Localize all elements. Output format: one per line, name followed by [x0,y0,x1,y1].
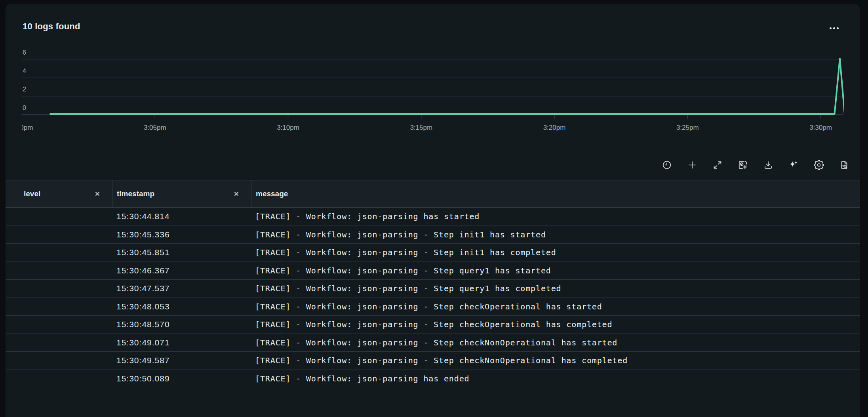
log-row[interactable]: 15:30:49.071[TRACE] - Workflow: json-par… [6,334,860,352]
log-timestamp-cell: 15:30:49.587 [112,356,251,365]
add-plus-icon [687,160,697,170]
log-timestamp-cell: 15:30:45.851 [112,248,251,257]
log-timestamp-cell: 15:30:49.071 [112,338,251,347]
chart-x-axis: 3:00pm3:05pm3:10pm3:15pm3:20pm3:25pm3:30… [22,121,844,132]
add-to-dashboard-icon [738,160,748,170]
log-timestamp-cell: 15:30:50.089 [112,374,251,383]
expand-button[interactable] [712,160,723,170]
log-row[interactable]: 15:30:48.570[TRACE] - Workflow: json-par… [6,316,860,334]
remove-column-timestamp-button[interactable] [233,190,240,197]
kebab-menu-icon [837,27,839,29]
log-row[interactable]: 15:30:46.367[TRACE] - Workflow: json-par… [6,262,860,280]
logs-table-header: leveltimestampmessage [6,180,860,208]
logs-panel: 10 logs found 6420 3:00pm3:05pm3:10pm3:1… [6,4,860,417]
logs-table: leveltimestampmessage 15:30:44.814[TRACE… [6,180,860,388]
y-axis-tick-label: 0 [23,104,38,112]
remove-column-level-button[interactable] [94,190,101,197]
column-header-level[interactable]: level [6,180,112,207]
log-row[interactable]: 15:30:45.851[TRACE] - Workflow: json-par… [6,244,860,262]
close-icon [233,190,240,197]
log-message-cell: [TRACE] - Workflow: json-parsing - Step … [251,230,860,239]
ai-sparkle-icon [788,160,799,170]
x-axis-tick-label: 3:20pm [543,124,566,132]
logs-count-title: 10 logs found [23,21,80,32]
column-header-message[interactable]: message [251,180,860,207]
logs-table-body: 15:30:44.814[TRACE] - Workflow: json-par… [6,208,860,388]
log-row[interactable]: 15:30:44.814[TRACE] - Workflow: json-par… [6,208,860,226]
log-timestamp-cell: 15:30:47.537 [112,284,251,293]
history-clock-button[interactable] [662,160,672,170]
column-header-timestamp[interactable]: timestamp [112,180,251,207]
log-message-cell: [TRACE] - Workflow: json-parsing - Step … [251,248,860,257]
log-timestamp-cell: 15:30:45.336 [112,230,251,239]
log-details-search-button[interactable] [839,160,849,170]
log-message-cell: [TRACE] - Workflow: json-parsing - Step … [251,320,860,329]
log-timestamp-cell: 15:30:44.814 [112,212,251,221]
x-axis-tick-label: 3:25pm [676,124,699,132]
logs-toolbar [662,156,849,174]
log-message-cell: [TRACE] - Workflow: json-parsing has end… [251,374,860,383]
add-plus-button[interactable] [687,160,697,170]
log-volume-line-series [50,59,844,114]
log-timestamp-cell: 15:30:48.053 [112,302,251,311]
column-label: level [24,190,40,198]
settings-gear-button[interactable] [814,160,824,170]
log-message-cell: [TRACE] - Workflow: json-parsing - Step … [251,356,860,365]
settings-gear-icon [814,160,824,170]
column-label: message [256,190,288,198]
log-row[interactable]: 15:30:45.336[TRACE] - Workflow: json-par… [6,226,860,244]
log-row[interactable]: 15:30:50.089[TRACE] - Workflow: json-par… [6,370,860,388]
log-message-cell: [TRACE] - Workflow: json-parsing has sta… [251,212,860,221]
download-icon [763,160,773,170]
download-button[interactable] [763,160,773,170]
add-to-dashboard-button[interactable] [738,160,748,170]
log-row[interactable]: 15:30:49.587[TRACE] - Workflow: json-par… [6,352,860,370]
y-axis-tick-label: 6 [23,49,38,57]
log-message-cell: [TRACE] - Workflow: json-parsing - Step … [251,338,860,347]
logs-explorer-view: 10 logs found 6420 3:00pm3:05pm3:10pm3:1… [0,0,868,417]
log-volume-chart [22,53,844,125]
panel-menu-button[interactable] [830,27,839,29]
expand-icon [712,160,723,170]
y-axis-tick-label: 2 [23,86,38,94]
log-row[interactable]: 15:30:48.053[TRACE] - Workflow: json-par… [6,298,860,316]
kebab-menu-icon [830,27,832,29]
x-axis-tick-label: 3:10pm [277,124,299,132]
log-message-cell: [TRACE] - Workflow: json-parsing - Step … [251,266,860,275]
column-label: timestamp [117,190,154,198]
log-message-cell: [TRACE] - Workflow: json-parsing - Step … [251,302,860,311]
x-axis-tick-label: 3:00pm [22,124,33,132]
y-axis-tick-label: 4 [23,68,38,76]
log-message-cell: [TRACE] - Workflow: json-parsing - Step … [251,284,860,293]
log-timestamp-cell: 15:30:48.570 [112,320,251,329]
history-clock-icon [662,160,672,170]
x-axis-tick-label: 3:15pm [410,124,432,132]
x-axis-tick-label: 3:30pm [809,124,832,132]
ai-sparkle-button[interactable] [788,160,799,170]
log-details-search-icon [839,160,849,170]
close-icon [94,190,101,197]
log-row[interactable]: 15:30:47.537[TRACE] - Workflow: json-par… [6,280,860,298]
log-timestamp-cell: 15:30:46.367 [112,266,251,275]
x-axis-tick-label: 3:05pm [144,124,166,132]
kebab-menu-icon [833,27,835,29]
